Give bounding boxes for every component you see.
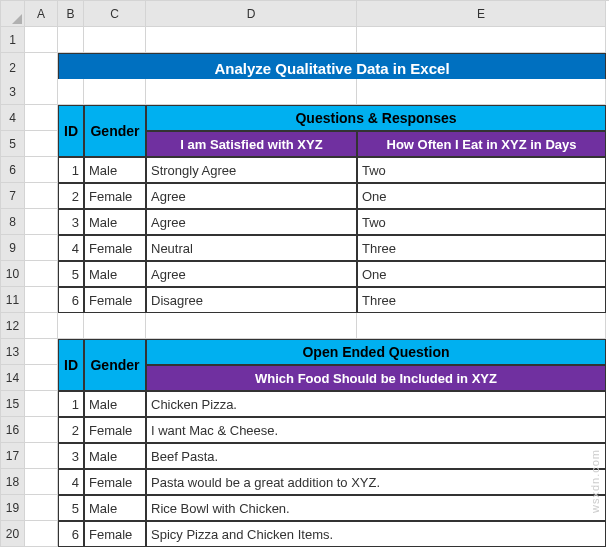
- t1-id[interactable]: 6: [58, 287, 84, 313]
- t2-a1[interactable]: Rice Bowl with Chicken.: [146, 495, 606, 521]
- cell-e3[interactable]: [357, 79, 606, 105]
- cell-a16[interactable]: [25, 417, 58, 443]
- row-header[interactable]: 11: [1, 287, 25, 313]
- t1-q2-header[interactable]: How Often I Eat in XYZ in Days: [357, 131, 606, 157]
- t2-group-header[interactable]: Open Ended Question: [146, 339, 606, 365]
- t1-a1[interactable]: Agree: [146, 183, 357, 209]
- t2-id[interactable]: 6: [58, 521, 84, 547]
- t1-gender[interactable]: Female: [84, 235, 146, 261]
- cell-a13[interactable]: [25, 339, 58, 365]
- t2-a1[interactable]: Spicy Pizza and Chicken Items.: [146, 521, 606, 547]
- cell-a5[interactable]: [25, 131, 58, 157]
- row-header[interactable]: 1: [1, 27, 25, 53]
- t2-id[interactable]: 3: [58, 443, 84, 469]
- cell-a9[interactable]: [25, 235, 58, 261]
- cell-a18[interactable]: [25, 469, 58, 495]
- cell-a3[interactable]: [25, 79, 58, 105]
- t2-a1[interactable]: Chicken Pizza.: [146, 391, 606, 417]
- t1-a1[interactable]: Agree: [146, 261, 357, 287]
- cell-a15[interactable]: [25, 391, 58, 417]
- row-header[interactable]: 8: [1, 209, 25, 235]
- row-header[interactable]: 14: [1, 365, 25, 391]
- t2-gender[interactable]: Male: [84, 443, 146, 469]
- t2-gender[interactable]: Female: [84, 469, 146, 495]
- row-header[interactable]: 4: [1, 105, 25, 131]
- t2-id[interactable]: 4: [58, 469, 84, 495]
- t1-a2[interactable]: Three: [357, 235, 606, 261]
- t1-gender[interactable]: Male: [84, 209, 146, 235]
- t1-a2[interactable]: One: [357, 183, 606, 209]
- t1-id[interactable]: 3: [58, 209, 84, 235]
- cell-a1[interactable]: [25, 27, 58, 53]
- t1-gender-header[interactable]: Gender: [84, 105, 146, 157]
- cell-e1[interactable]: [357, 27, 606, 53]
- t2-id-header[interactable]: ID: [58, 339, 84, 391]
- cell-c1[interactable]: [84, 27, 146, 53]
- cell-d1[interactable]: [146, 27, 357, 53]
- t1-gender[interactable]: Male: [84, 157, 146, 183]
- t1-a2[interactable]: Two: [357, 209, 606, 235]
- t1-q1-header[interactable]: I am Satisfied with XYZ: [146, 131, 357, 157]
- cell-a10[interactable]: [25, 261, 58, 287]
- cell-a12[interactable]: [25, 313, 58, 339]
- t2-id[interactable]: 5: [58, 495, 84, 521]
- row-header[interactable]: 13: [1, 339, 25, 365]
- cell-a11[interactable]: [25, 287, 58, 313]
- row-header[interactable]: 16: [1, 417, 25, 443]
- cell-d12[interactable]: [146, 313, 357, 339]
- t2-gender[interactable]: Male: [84, 495, 146, 521]
- cell-a20[interactable]: [25, 521, 58, 547]
- cell-b12[interactable]: [58, 313, 84, 339]
- col-header-c[interactable]: C: [84, 1, 146, 27]
- cell-b1[interactable]: [58, 27, 84, 53]
- col-header-a[interactable]: A: [25, 1, 58, 27]
- t1-gender[interactable]: Female: [84, 183, 146, 209]
- cell-a17[interactable]: [25, 443, 58, 469]
- col-header-d[interactable]: D: [146, 1, 357, 27]
- t1-id-header[interactable]: ID: [58, 105, 84, 157]
- t1-a2[interactable]: Three: [357, 287, 606, 313]
- t1-gender[interactable]: Female: [84, 287, 146, 313]
- cell-a14[interactable]: [25, 365, 58, 391]
- t1-a1[interactable]: Agree: [146, 209, 357, 235]
- cell-e12[interactable]: [357, 313, 606, 339]
- row-header[interactable]: 9: [1, 235, 25, 261]
- t2-q1-header[interactable]: Which Food Should be Included in XYZ: [146, 365, 606, 391]
- row-header[interactable]: 17: [1, 443, 25, 469]
- cell-a7[interactable]: [25, 183, 58, 209]
- cell-a6[interactable]: [25, 157, 58, 183]
- col-header-e[interactable]: E: [357, 1, 606, 27]
- row-header[interactable]: 20: [1, 521, 25, 547]
- t1-group-header[interactable]: Questions & Responses: [146, 105, 606, 131]
- col-header-b[interactable]: B: [58, 1, 84, 27]
- t2-gender[interactable]: Male: [84, 391, 146, 417]
- t1-a2[interactable]: Two: [357, 157, 606, 183]
- row-header[interactable]: 15: [1, 391, 25, 417]
- t2-gender[interactable]: Female: [84, 417, 146, 443]
- t2-gender[interactable]: Female: [84, 521, 146, 547]
- t2-a1[interactable]: Beef Pasta.: [146, 443, 606, 469]
- cell-b3[interactable]: [58, 79, 84, 105]
- t1-a1[interactable]: Disagree: [146, 287, 357, 313]
- row-header[interactable]: 5: [1, 131, 25, 157]
- row-header[interactable]: 7: [1, 183, 25, 209]
- row-header[interactable]: 3: [1, 79, 25, 105]
- t1-a2[interactable]: One: [357, 261, 606, 287]
- t1-id[interactable]: 1: [58, 157, 84, 183]
- cell-a4[interactable]: [25, 105, 58, 131]
- t1-id[interactable]: 4: [58, 235, 84, 261]
- t1-id[interactable]: 2: [58, 183, 84, 209]
- cell-a19[interactable]: [25, 495, 58, 521]
- t1-a1[interactable]: Strongly Agree: [146, 157, 357, 183]
- cell-a8[interactable]: [25, 209, 58, 235]
- row-header[interactable]: 19: [1, 495, 25, 521]
- row-header[interactable]: 10: [1, 261, 25, 287]
- row-header[interactable]: 12: [1, 313, 25, 339]
- cell-d3[interactable]: [146, 79, 357, 105]
- row-header[interactable]: 6: [1, 157, 25, 183]
- t1-a1[interactable]: Neutral: [146, 235, 357, 261]
- t1-id[interactable]: 5: [58, 261, 84, 287]
- cell-c12[interactable]: [84, 313, 146, 339]
- cell-c3[interactable]: [84, 79, 146, 105]
- row-header[interactable]: 18: [1, 469, 25, 495]
